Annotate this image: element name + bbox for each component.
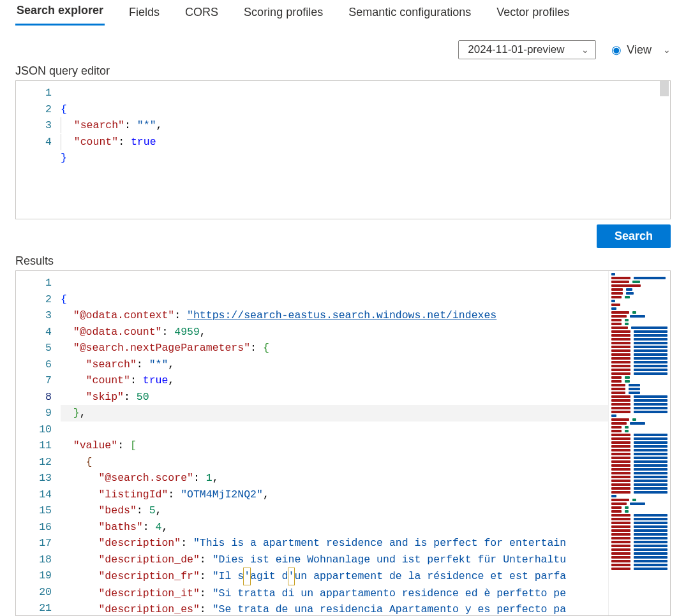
results-gutter: 1 2 3 4 5 6 7 8 9 10 11 12 13 14 15 16 1…	[16, 271, 61, 616]
results-code[interactable]: { "@odata.context": "https://search-east…	[61, 271, 670, 616]
editor-scroll-thumb[interactable]	[660, 81, 669, 96]
tab-fields[interactable]: Fields	[128, 6, 161, 26]
toolbar: 2024-11-01-preview ⌄ ◉ View ⌄	[0, 26, 686, 63]
editor-label: JSON query editor	[0, 63, 686, 80]
tab-cors[interactable]: CORS	[184, 6, 220, 26]
api-version-value: 2024-11-01-preview	[468, 43, 564, 56]
eye-icon: ◉	[611, 43, 622, 57]
chevron-down-icon: ⌄	[663, 45, 671, 55]
tab-semantic-configurations[interactable]: Semantic configurations	[347, 6, 472, 26]
tab-scoring-profiles[interactable]: Scoring profiles	[242, 6, 324, 26]
json-query-editor[interactable]: 1 2 3 4 { "search": "*", "count": true }	[15, 80, 671, 219]
api-version-dropdown[interactable]: 2024-11-01-preview ⌄	[458, 40, 596, 59]
brace-open: {	[61, 103, 67, 115]
editor-gutter: 1 2 3 4	[16, 81, 61, 182]
view-dropdown[interactable]: ◉ View ⌄	[611, 43, 671, 57]
results-viewer[interactable]: 1 2 3 4 5 6 7 8 9 10 11 12 13 14 15 16 1…	[15, 270, 671, 616]
results-label: Results	[0, 253, 686, 270]
minimap[interactable]	[608, 271, 670, 615]
editor-code[interactable]: { "search": "*", "count": true }	[61, 81, 670, 182]
search-button[interactable]: Search	[597, 224, 671, 248]
view-label: View	[627, 43, 652, 57]
chevron-down-icon: ⌄	[581, 45, 589, 55]
tabs-bar: Search explorer Fields CORS Scoring prof…	[0, 0, 686, 26]
brace-close: }	[61, 152, 67, 164]
search-button-row: Search	[0, 219, 686, 253]
tab-search-explorer[interactable]: Search explorer	[15, 4, 105, 26]
tab-vector-profiles[interactable]: Vector profiles	[495, 6, 570, 26]
